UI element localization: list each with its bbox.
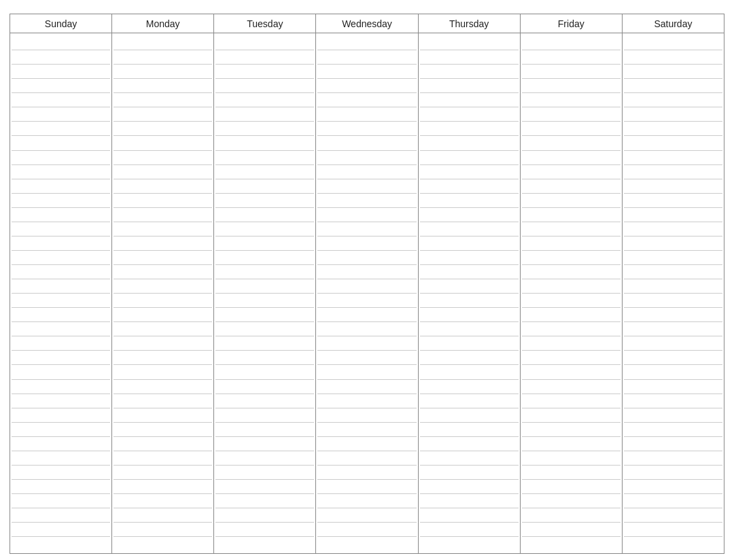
line bbox=[624, 136, 722, 150]
line bbox=[317, 336, 416, 351]
line bbox=[215, 394, 314, 408]
line bbox=[215, 523, 314, 537]
line bbox=[522, 194, 621, 208]
line bbox=[522, 494, 621, 508]
line bbox=[624, 107, 722, 122]
line bbox=[113, 251, 212, 265]
line bbox=[522, 165, 621, 179]
line bbox=[624, 437, 722, 451]
line bbox=[113, 136, 212, 150]
line bbox=[420, 365, 519, 379]
line bbox=[420, 380, 519, 394]
line bbox=[12, 437, 110, 451]
line bbox=[215, 322, 314, 336]
day-column-wednesday bbox=[316, 33, 418, 554]
line bbox=[12, 508, 110, 523]
line bbox=[317, 36, 416, 50]
line bbox=[317, 365, 416, 379]
line bbox=[113, 151, 212, 165]
line bbox=[12, 336, 110, 351]
line bbox=[12, 466, 110, 480]
line bbox=[12, 394, 110, 408]
line bbox=[113, 322, 212, 336]
line bbox=[317, 394, 416, 408]
line bbox=[420, 423, 519, 437]
line bbox=[215, 208, 314, 222]
line bbox=[215, 222, 314, 237]
line bbox=[12, 365, 110, 379]
day-column-friday bbox=[520, 33, 622, 554]
line bbox=[317, 480, 416, 494]
line bbox=[317, 494, 416, 508]
line bbox=[12, 136, 110, 150]
line bbox=[113, 50, 212, 65]
line bbox=[522, 279, 621, 294]
line bbox=[215, 165, 314, 179]
line bbox=[215, 494, 314, 508]
day-column-sunday bbox=[10, 33, 112, 554]
line bbox=[317, 107, 416, 122]
line bbox=[624, 494, 722, 508]
line bbox=[624, 351, 722, 365]
day-header-thursday: Thursday bbox=[418, 14, 520, 33]
line bbox=[317, 151, 416, 165]
line bbox=[12, 537, 110, 550]
line bbox=[522, 380, 621, 394]
line bbox=[420, 537, 519, 550]
line bbox=[317, 508, 416, 523]
line bbox=[624, 365, 722, 379]
line bbox=[317, 194, 416, 208]
line bbox=[624, 322, 722, 336]
line bbox=[215, 122, 314, 136]
line bbox=[420, 222, 519, 237]
line bbox=[113, 222, 212, 237]
line bbox=[522, 508, 621, 523]
line bbox=[317, 165, 416, 179]
line bbox=[12, 494, 110, 508]
line bbox=[317, 537, 416, 550]
line bbox=[420, 194, 519, 208]
day-header-friday: Friday bbox=[520, 14, 622, 33]
line bbox=[12, 308, 110, 322]
line bbox=[215, 466, 314, 480]
line bbox=[624, 194, 722, 208]
line bbox=[12, 222, 110, 237]
line bbox=[317, 93, 416, 107]
line bbox=[113, 179, 212, 194]
line bbox=[420, 394, 519, 408]
line bbox=[522, 523, 621, 537]
day-header-saturday: Saturday bbox=[622, 14, 724, 33]
line bbox=[522, 93, 621, 107]
line bbox=[522, 122, 621, 136]
line bbox=[113, 294, 212, 308]
line bbox=[12, 294, 110, 308]
line bbox=[624, 265, 722, 279]
line bbox=[317, 65, 416, 79]
line bbox=[113, 79, 212, 93]
line bbox=[624, 336, 722, 351]
line bbox=[624, 480, 722, 494]
line bbox=[317, 466, 416, 480]
line bbox=[317, 308, 416, 322]
line bbox=[420, 308, 519, 322]
line bbox=[522, 451, 621, 466]
line bbox=[12, 408, 110, 423]
line bbox=[624, 36, 722, 50]
line bbox=[522, 437, 621, 451]
line bbox=[624, 523, 722, 537]
line bbox=[113, 480, 212, 494]
line bbox=[113, 237, 212, 251]
line bbox=[522, 36, 621, 50]
line bbox=[12, 50, 110, 65]
line bbox=[12, 194, 110, 208]
line bbox=[522, 136, 621, 150]
line bbox=[624, 408, 722, 423]
line bbox=[624, 79, 722, 93]
line bbox=[624, 208, 722, 222]
line bbox=[522, 480, 621, 494]
line bbox=[113, 408, 212, 423]
line bbox=[12, 36, 110, 50]
lines-container bbox=[521, 33, 622, 553]
lines-container bbox=[419, 33, 520, 553]
line bbox=[12, 251, 110, 265]
